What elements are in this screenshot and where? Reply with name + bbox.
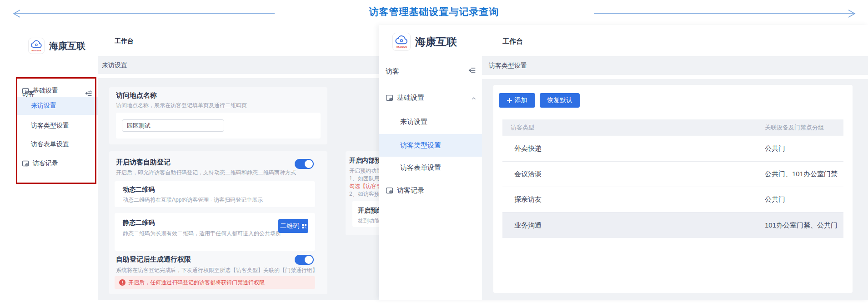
visitor-type-table: 访客类型 关联设备及门禁点分组 外卖快递 公共门 会议洽谈 公共门、101办公室… bbox=[502, 119, 843, 238]
right-app-window: HIKVISION 海康互联 访客 基础设置 bbox=[379, 25, 868, 300]
qr-code-button[interactable]: 二维码 bbox=[278, 219, 308, 233]
card-desc: 访问地点名称，展示在访客登记填单页及通行二维码页 bbox=[116, 102, 247, 109]
location-input-box bbox=[116, 113, 321, 139]
add-button-label: 添加 bbox=[515, 96, 527, 104]
svg-text:HIKVISION: HIKVISION bbox=[32, 50, 41, 52]
chevron-up-icon[interactable] bbox=[88, 88, 93, 96]
sidebar-item-label: 访客类型设置 bbox=[400, 141, 441, 150]
sidebar-item-label: 来访设置 bbox=[31, 102, 56, 110]
self-registration-card: 开启访客自助登记 开启后，即允许访客自助扫码登记，支持动态二维码和静态二维码两种… bbox=[109, 151, 327, 294]
settings-card-icon bbox=[22, 87, 29, 94]
sidebar-item-visitor-records[interactable]: 访客记录 bbox=[379, 183, 482, 198]
static-qr-subcard: 静态二维码 静态二维码为长期有效二维码，适用于任何人都可进入的公共场所 二维码 bbox=[115, 213, 315, 251]
records-card-icon bbox=[22, 160, 29, 167]
card-desc: 开启后，即允许访客自助扫码登记，支持动态二维码和静态二维码两种方式 bbox=[116, 169, 296, 177]
warning-icon bbox=[119, 279, 125, 286]
sidebar-item-label: 访客表单设置 bbox=[31, 140, 69, 149]
sidebar-item-visitor-type-settings[interactable]: 访客类型设置 bbox=[16, 118, 98, 134]
brand-logo: HIKVISION 海康互联 bbox=[392, 33, 457, 51]
table-row[interactable]: 探亲访友 公共门 bbox=[502, 187, 843, 213]
restore-default-button[interactable]: 恢复默认 bbox=[540, 93, 580, 108]
breadcrumb: 来访设置 bbox=[102, 61, 127, 69]
workbench-title: 工作台 bbox=[502, 37, 523, 46]
table-row[interactable]: 会议洽谈 公共门、101办公室门禁 bbox=[502, 162, 843, 187]
left-app-window: HIKVISION 海康互联 访客 基础设置 bbox=[16, 25, 400, 300]
card-title: 访问地点名称 bbox=[116, 91, 157, 100]
perm-desc: 系统将在访客登记完成后，下发通行权限至所选【访客类型】关联的【门禁通行组】 bbox=[116, 267, 318, 274]
warning-text: 开启后，任何通过扫码登记的访客都将获得门禁通行权限 bbox=[128, 279, 265, 287]
sidebar-item-label: 基础设置 bbox=[33, 87, 58, 95]
add-button[interactable]: 添加 bbox=[499, 93, 535, 108]
card-title: 开启访客自助登记 bbox=[116, 158, 171, 167]
door-group-cell: 公共门 bbox=[765, 195, 785, 204]
chevron-up-icon[interactable] bbox=[471, 95, 477, 103]
visitor-type-cell: 业务沟通 bbox=[502, 221, 765, 230]
left-content: 访问地点名称 访问地点名称，展示在访客登记填单页及通行二维码页 开启访客自助登记… bbox=[98, 78, 400, 300]
sidebar-item-basic-settings[interactable]: 基础设置 bbox=[16, 84, 98, 98]
door-group-cell: 101办公室门禁、公共门 bbox=[765, 221, 838, 230]
right-sidebar: HIKVISION 海康互联 访客 基础设置 bbox=[379, 25, 482, 300]
left-sidebar: HIKVISION 海康互联 访客 基础设置 bbox=[16, 25, 98, 300]
settings-card-icon bbox=[386, 94, 393, 102]
sidebar-item-visitor-form-settings[interactable]: 访客表单设置 bbox=[379, 160, 482, 175]
column-header-group: 关联设备及门禁点分组 bbox=[765, 124, 824, 132]
location-name-card: 访问地点名称 访问地点名称，展示在访客登记填单页及通行二维码页 bbox=[109, 87, 327, 144]
table-row[interactable]: 业务沟通 101办公室门禁、公共门 bbox=[502, 213, 843, 238]
sidebar-item-visit-settings[interactable]: 来访设置 bbox=[379, 114, 482, 129]
sidebar-item-visit-settings[interactable]: 来访设置 bbox=[16, 97, 98, 115]
brand-logo-icon: HIKVISION bbox=[28, 38, 45, 54]
sidebar-item-label: 访客记录 bbox=[397, 186, 424, 195]
workbench-title: 工作台 bbox=[115, 37, 134, 45]
sidebar-item-label: 访客表单设置 bbox=[400, 163, 441, 172]
left-breadcrumb-band: 来访设置 bbox=[98, 57, 400, 74]
restore-button-label: 恢复默认 bbox=[547, 96, 572, 104]
sidebar-item-visitor-form-settings[interactable]: 访客表单设置 bbox=[16, 136, 98, 153]
brand-name: 海康互联 bbox=[49, 40, 85, 52]
door-group-cell: 公共门 bbox=[765, 144, 785, 153]
visitor-type-cell: 会议洽谈 bbox=[502, 170, 765, 178]
subcard-desc: 动态二维码将在互联App的访客管理 - 访客扫码登记中展示 bbox=[123, 196, 263, 204]
sidebar-item-basic-settings[interactable]: 基础设置 bbox=[379, 91, 482, 104]
left-main-area: 工作台 来访设置 访问地点名称 访问地点名称，展示在访客登记填单页及通行二维码页… bbox=[98, 25, 400, 300]
door-group-cell: 公共门、101办公室门禁 bbox=[765, 170, 838, 178]
brand-name: 海康互联 bbox=[415, 35, 457, 49]
sidebar-item-visitor-records[interactable]: 访客记录 bbox=[16, 157, 98, 170]
column-header-type: 访客类型 bbox=[502, 124, 765, 132]
subcard-title: 动态二维码 bbox=[123, 186, 155, 194]
right-top-header: 工作台 bbox=[482, 25, 868, 57]
records-card-icon bbox=[386, 187, 393, 194]
sidebar-item-label: 访客记录 bbox=[33, 159, 58, 168]
right-breadcrumb-band: 访客类型设置 bbox=[482, 57, 868, 75]
perm-title: 自助登记后生成通行权限 bbox=[116, 255, 191, 264]
right-arrow-line bbox=[593, 8, 860, 19]
qr-button-label: 二维码 bbox=[280, 222, 299, 230]
visitor-type-card: 添加 恢复默认 访客类型 关联设备及门禁点分组 外卖快递 公共门 bbox=[493, 85, 853, 293]
brand-logo: HIKVISION 海康互联 bbox=[28, 38, 85, 54]
breadcrumb: 访客类型设置 bbox=[489, 62, 527, 70]
self-registration-toggle[interactable] bbox=[295, 159, 314, 169]
location-name-input[interactable] bbox=[122, 119, 224, 132]
subcard-title: 静态二维码 bbox=[123, 219, 155, 227]
sidebar-item-label: 基础设置 bbox=[397, 94, 424, 102]
sidebar-item-label: 来访设置 bbox=[400, 118, 427, 126]
sidebar-item-label: 访客类型设置 bbox=[31, 122, 69, 130]
sidebar-item-visitor-type-settings[interactable]: 访客类型设置 bbox=[379, 134, 482, 157]
module-title: 访客 bbox=[386, 67, 399, 76]
visitor-type-cell: 外卖快递 bbox=[502, 144, 765, 153]
perm-toggle[interactable] bbox=[295, 255, 314, 265]
qr-icon bbox=[302, 224, 306, 228]
brand-logo-icon: HIKVISION bbox=[392, 33, 411, 51]
left-top-header: 工作台 bbox=[98, 25, 400, 57]
subcard-desc: 静态二维码为长期有效二维码，适用于任何人都可进入的公共场所 bbox=[123, 230, 281, 238]
screenshot-canvas: 访客管理基础设置与记录查询 HIKVISION 海康互联 访客 bbox=[0, 0, 868, 307]
perm-warning-banner: 开启后，任何通过扫码登记的访客都将获得门禁通行权限 bbox=[115, 276, 315, 289]
table-row[interactable]: 外卖快递 公共门 bbox=[502, 136, 843, 162]
dynamic-qr-subcard: 动态二维码 动态二维码将在互联App的访客管理 - 访客扫码登记中展示 bbox=[115, 181, 315, 207]
visitor-type-cell: 探亲访友 bbox=[502, 195, 765, 204]
right-content: 添加 恢复默认 访客类型 关联设备及门禁点分组 外卖快递 公共门 bbox=[482, 79, 868, 300]
plus-icon bbox=[507, 98, 512, 103]
right-main-area: 工作台 访客类型设置 添加 恢复默认 bbox=[482, 25, 868, 300]
svg-text:HIKVISION: HIKVISION bbox=[396, 46, 407, 48]
table-header-row: 访客类型 关联设备及门禁点分组 bbox=[502, 119, 843, 136]
collapse-sidebar-icon[interactable] bbox=[468, 66, 476, 76]
